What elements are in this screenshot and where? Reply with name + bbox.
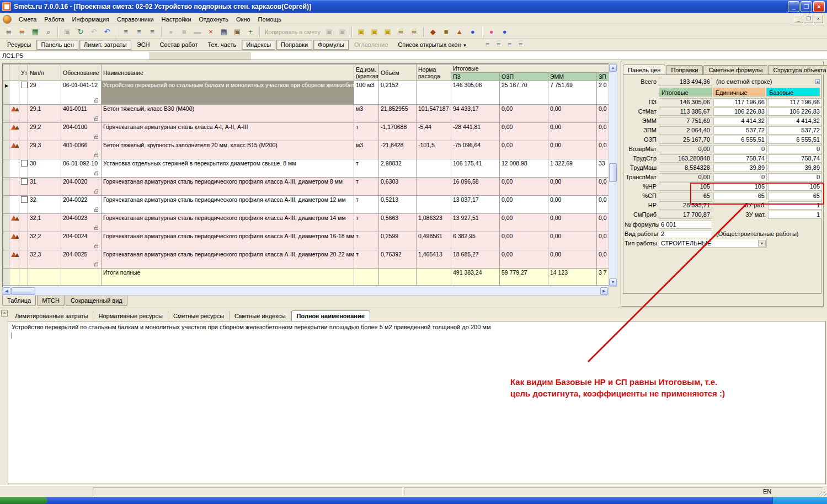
table-row[interactable]: 29,1401-0011Бетон тяжелый, класс В30 (М4… <box>3 105 609 123</box>
cancel-edit-icon[interactable]: ↶ <box>101 26 113 37</box>
detail-tab-Лимитированные затраты[interactable]: Лимитированные затраты <box>10 311 93 321</box>
menu-item-Справочники[interactable]: Справочники <box>113 15 158 24</box>
header-volume[interactable]: Объём <box>379 65 417 81</box>
menu-item-Настройки[interactable]: Настройки <box>158 15 195 24</box>
machines-icon[interactable]: ● <box>467 26 479 37</box>
menu-item-Отдохнуть[interactable]: Отдохнуть <box>195 15 233 24</box>
table-vertical-scrollbar[interactable]: ▲ ▼ <box>609 63 617 287</box>
close-icon[interactable]: × <box>1 310 8 317</box>
panel-tab-Поправки[interactable]: Поправки <box>666 65 703 74</box>
view-button-Лимит. затраты[interactable]: Лимит. затраты <box>79 40 131 50</box>
header-unit[interactable]: Ед.изм. (краткая <box>354 65 379 81</box>
table-row[interactable]: 32,3204-0025Горячекатаная арматурная ста… <box>3 250 609 269</box>
panel-value-bazovye[interactable]: 4 414,32 <box>768 117 822 125</box>
menu-item-Работа[interactable]: Работа <box>40 15 68 24</box>
panel-value-edinichnye[interactable]: 4 414,32 <box>713 117 767 125</box>
view-button-ЭСН[interactable]: ЭСН <box>132 40 154 50</box>
detail-tab-Сметные индексы[interactable]: Сметные индексы <box>230 311 291 321</box>
panel-scroll-up-icon[interactable]: ▲ <box>815 79 820 84</box>
panel-value-bazovye[interactable]: 537,72 <box>768 126 822 135</box>
table-horizontal-scrollbar[interactable]: ◀ ▶ <box>2 287 609 296</box>
scroll-right-icon[interactable]: ▶ <box>600 287 608 295</box>
search-icon[interactable]: ⌕ <box>42 26 55 37</box>
table-row[interactable]: 32,2204-0024Горячекатаная арматурная ста… <box>3 232 609 250</box>
materials-icon[interactable]: ▲ <box>453 26 466 37</box>
indent-icon[interactable]: ≡ <box>482 40 493 50</box>
mdi-restore-button[interactable]: ❐ <box>804 15 813 23</box>
panel-value-itogovye[interactable]: 163,280848 <box>659 154 712 163</box>
totals-row[interactable]: Итоги полные491 383,2459 779,2714 1233 7 <box>3 269 609 286</box>
panel-value-itogovye[interactable]: 25 167,70 <box>659 136 712 144</box>
refresh-icon[interactable]: ↻ <box>74 26 87 37</box>
view-button-Ресурсы[interactable]: Ресурсы <box>3 40 35 50</box>
panel-value-edinichnye[interactable]: 39,89 <box>713 164 767 172</box>
estimate-structure-add-icon[interactable]: ≣ <box>16 26 28 37</box>
work-type-dropdown[interactable]: СТРОИТЕЛЬНЫЕ ▼ <box>659 239 767 248</box>
panel-value-bazovye[interactable]: 0 <box>768 173 822 181</box>
panel-value-itogovye[interactable]: 113 385,67 <box>659 108 712 116</box>
disk-blue-icon[interactable]: ● <box>499 26 511 37</box>
table-row[interactable]: 29,3401-0066Бетон тяжелый, крупность зап… <box>3 141 609 159</box>
row-checkbox[interactable] <box>21 196 28 203</box>
estimate-structure-icon[interactable]: ≣ <box>3 26 15 37</box>
shift-left-icon[interactable]: ≡ <box>504 40 515 50</box>
page-edit-icon[interactable]: ▣ <box>231 26 243 37</box>
chevron-down-icon[interactable]: ▼ <box>758 240 766 246</box>
work-kind-value[interactable]: 2 <box>659 230 712 238</box>
vertical-scroll-thumb[interactable] <box>609 163 617 182</box>
view-button-Индексы[interactable]: Индексы <box>242 40 275 50</box>
table-row[interactable]: ▶2906-01-041-12Устройство перекрытий по … <box>3 81 609 105</box>
panel-tab-Сметные формулы[interactable]: Сметные формулы <box>703 65 767 74</box>
panel-value-itogovye[interactable]: 7 751,69 <box>659 117 712 125</box>
row-checkbox[interactable] <box>21 160 28 167</box>
minimize-button[interactable]: _ <box>788 1 799 12</box>
insert-section-icon[interactable]: ≡ <box>146 26 158 37</box>
truck-icon[interactable]: ■ <box>440 26 452 37</box>
scroll-down-icon[interactable]: ▼ <box>609 278 617 286</box>
insert-resource-icon[interactable]: ≡ <box>133 26 145 37</box>
panel-value-bazovye[interactable]: 106 226,83 <box>768 108 822 116</box>
detail-tab-Полное наименование[interactable]: Полное наименование <box>291 310 370 321</box>
view-tab-Таблица[interactable]: Таблица <box>2 295 36 306</box>
view-button-Поправки[interactable]: Поправки <box>276 40 312 50</box>
tree-edit-icon[interactable]: ≣ <box>395 26 407 37</box>
table-row[interactable]: 31204-0020Горячекатаная арматурная сталь… <box>3 178 609 196</box>
panel-tab-Панель цен[interactable]: Панель цен <box>623 65 665 74</box>
delete-row-icon[interactable]: × <box>205 26 217 37</box>
header-norm[interactable]: Норма расхода <box>417 65 451 81</box>
smprib-value[interactable]: 17 700,87 <box>659 211 712 219</box>
header-name[interactable]: Наименование <box>102 65 354 81</box>
row-checkbox[interactable] <box>21 82 28 88</box>
table-row[interactable]: 3006-01-092-10Установка отдельных стержн… <box>3 159 609 178</box>
excel-export-icon[interactable]: ▦ <box>29 26 41 37</box>
menu-item-Смета[interactable]: Смета <box>15 15 40 24</box>
header-num[interactable]: №п/п <box>28 65 61 81</box>
total-value[interactable]: 183 494,36 <box>659 78 712 86</box>
menu-item-Информация[interactable]: Информация <box>68 15 113 24</box>
start-button[interactable] <box>0 497 47 504</box>
language-indicator[interactable]: EN <box>763 488 771 495</box>
table-row[interactable]: 29,2204-0100Горячекатаная арматурная ста… <box>3 123 609 141</box>
header-group-totals[interactable]: Итоговые <box>451 65 609 73</box>
formula-value[interactable]: 6 001 <box>659 221 712 229</box>
header-ozp[interactable]: ОЗП <box>500 73 548 81</box>
insert-position-icon[interactable]: ≡ <box>120 26 132 37</box>
view-button-Состав работ[interactable]: Состав работ <box>156 40 202 50</box>
col-header-itogovye[interactable]: Итоговые <box>659 88 712 96</box>
header-zp[interactable]: ЗП <box>597 73 609 81</box>
detail-tab-Сметные ресурсы[interactable]: Сметные ресурсы <box>168 311 230 321</box>
col-header-edinichnye[interactable]: Единичные <box>713 88 766 96</box>
panel-value-itogovye[interactable]: 146 305,06 <box>659 98 712 106</box>
scroll-up-icon[interactable]: ▲ <box>609 64 617 72</box>
cell-reference-value[interactable]: ЛС1.Р5 <box>0 52 23 59</box>
panel-value-itogovye[interactable]: 0,00 <box>659 173 712 181</box>
panel-value-itogovye[interactable]: 0,00 <box>659 145 712 153</box>
panel-value-bazovye[interactable]: 0 <box>768 145 822 153</box>
panel-value-edinichnye[interactable]: 0 <box>713 173 767 181</box>
view-button-Панель цен[interactable]: Панель цен <box>36 40 78 50</box>
horizontal-scroll-thumb[interactable] <box>11 287 35 295</box>
table-row[interactable]: 32,1204-0023Горячекатаная арматурная ста… <box>3 214 609 232</box>
view-button-Формулы[interactable]: Формулы <box>313 40 349 50</box>
panel-value-edinichnye[interactable]: 758,74 <box>713 154 767 163</box>
view-button-Список открытых окон[interactable]: Список открытых окон▼ <box>393 40 471 50</box>
